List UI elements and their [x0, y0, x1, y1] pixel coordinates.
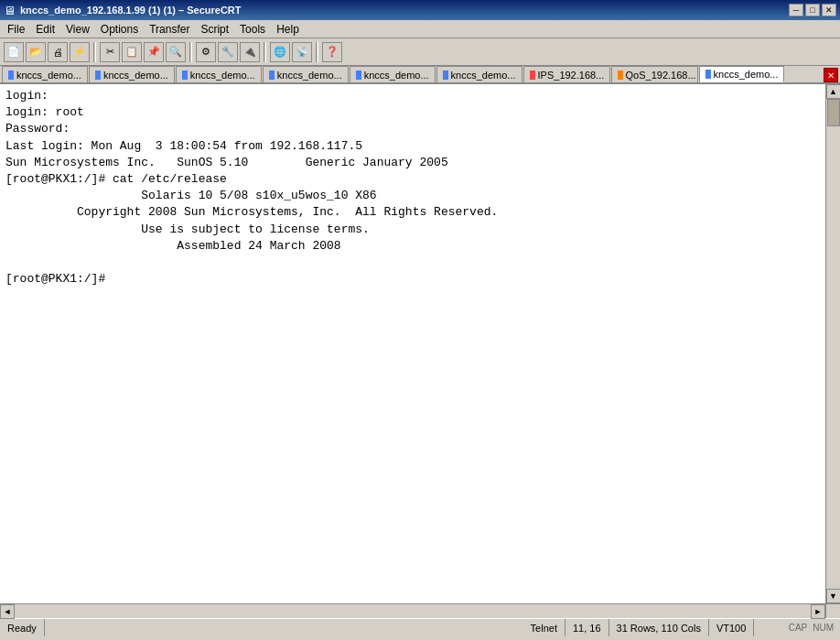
separator-4: [316, 42, 318, 62]
tab-3[interactable]: knccs_demo...: [263, 66, 349, 82]
status-bar: Ready Telnet 11, 16 31 Rows, 110 Cols VT…: [0, 618, 840, 636]
minimize-button[interactable]: ─: [789, 4, 803, 16]
menu-script[interactable]: Script: [195, 21, 234, 38]
status-cursor: 11, 16: [565, 619, 609, 636]
tab-6[interactable]: IPS_192.168...: [523, 66, 610, 82]
scroll-left-button[interactable]: ◄: [0, 604, 15, 619]
toolbar-disconnect[interactable]: 🔌: [240, 42, 260, 62]
tab-indicator-4: [356, 71, 361, 80]
tab-indicator-2: [182, 71, 188, 80]
tab-label-0: knccs_demo...: [16, 70, 81, 81]
tab-0[interactable]: knccs_demo...: [2, 66, 88, 82]
toolbar-paste[interactable]: 📌: [144, 42, 164, 62]
toolbar-open[interactable]: 📂: [26, 42, 46, 62]
scroll-track[interactable]: [826, 99, 840, 589]
tab-4[interactable]: knccs_demo...: [350, 66, 436, 82]
tab-label-6: IPS_192.168...: [538, 70, 605, 81]
status-dimensions: 31 Rows, 110 Cols: [609, 619, 709, 636]
status-terminal-type: VT100: [709, 619, 754, 636]
title-bar: 🖥 knccs_demo_192.168.1.99 (1) (1) – Secu…: [0, 0, 840, 20]
toolbar-btn4[interactable]: ⚡: [70, 42, 90, 62]
menu-file[interactable]: File: [2, 21, 30, 38]
maximize-button[interactable]: □: [805, 4, 820, 16]
caps-lock-indicator: CAP: [786, 623, 811, 633]
bottom-scroll-area: ◄ ►: [0, 603, 840, 618]
tab-label-8: knccs_demo...: [714, 69, 779, 80]
separator-3: [264, 42, 266, 62]
menu-options[interactable]: Options: [95, 21, 144, 38]
tab-bar: knccs_demo... knccs_demo... knccs_demo..…: [0, 66, 840, 84]
window-title: knccs_demo_192.168.1.99 (1) (1) – Secure…: [20, 5, 242, 16]
corner-piece: [825, 604, 840, 618]
separator-1: [93, 42, 96, 62]
tab-close-button[interactable]: ✕: [824, 68, 838, 82]
tab-1[interactable]: knccs_demo...: [89, 66, 175, 82]
toolbar-help[interactable]: ❓: [322, 42, 342, 62]
tab-indicator-8: [705, 70, 711, 79]
status-ready: Ready: [4, 619, 45, 636]
scroll-up-button[interactable]: ▲: [826, 84, 841, 99]
menu-help[interactable]: Help: [271, 21, 305, 38]
tab-indicator-5: [443, 71, 448, 80]
tab-label-4: knccs_demo...: [364, 70, 429, 81]
toolbar-new[interactable]: 📄: [4, 42, 24, 62]
tab-2[interactable]: knccs_demo...: [176, 66, 262, 82]
tab-indicator-0: [8, 71, 14, 80]
tab-indicator-3: [269, 71, 275, 80]
close-button[interactable]: ✕: [822, 4, 836, 16]
status-protocol: Telnet: [523, 619, 565, 636]
toolbar-print[interactable]: 🖨: [48, 42, 68, 62]
tab-label-3: knccs_demo...: [277, 70, 342, 81]
tab-label-7: QoS_192.168...: [626, 70, 696, 81]
toolbar-copy[interactable]: 📋: [122, 42, 142, 62]
tab-label-5: knccs_demo...: [451, 70, 516, 81]
menu-edit[interactable]: Edit: [30, 21, 60, 38]
tab-7[interactable]: QoS_192.168...: [611, 66, 698, 82]
terminal-container: login: login: root Password: Last login:…: [0, 84, 840, 603]
scroll-thumb[interactable]: [827, 99, 840, 126]
horizontal-scroll-track[interactable]: [15, 604, 811, 618]
tab-label-1: knccs_demo...: [103, 70, 168, 81]
title-bar-left: 🖥 knccs_demo_192.168.1.99 (1) (1) – Secu…: [4, 4, 242, 16]
toolbar: 📄 📂 🖨 ⚡ ✂ 📋 📌 🔍 ⚙ 🔧 🔌 🌐 📡 ❓: [0, 38, 840, 66]
toolbar-network[interactable]: 🌐: [270, 42, 290, 62]
app-icon: 🖥: [4, 4, 16, 16]
tab-8[interactable]: knccs_demo...: [699, 66, 785, 82]
terminal-output[interactable]: login: login: root Password: Last login:…: [0, 84, 825, 603]
tab-5[interactable]: knccs_demo...: [436, 66, 522, 82]
menu-tools[interactable]: Tools: [234, 21, 271, 38]
tab-indicator-7: [618, 71, 623, 80]
menu-view[interactable]: View: [60, 21, 95, 38]
menu-bar: File Edit View Options Transfer Script T…: [0, 20, 840, 38]
toolbar-btn8[interactable]: 🔍: [166, 42, 186, 62]
num-lock-indicator: NUM: [810, 623, 836, 633]
toolbar-connect[interactable]: 🔧: [218, 42, 238, 62]
scroll-right-button[interactable]: ►: [811, 604, 825, 619]
toolbar-settings[interactable]: ⚙: [196, 42, 216, 62]
vertical-scrollbar[interactable]: ▲ ▼: [825, 84, 840, 603]
toolbar-cut[interactable]: ✂: [100, 42, 120, 62]
tab-indicator-1: [95, 71, 101, 80]
window-controls: ─ □ ✕: [789, 4, 836, 16]
scroll-down-button[interactable]: ▼: [826, 589, 841, 603]
tab-indicator-6: [530, 71, 535, 80]
toolbar-transfer[interactable]: 📡: [292, 42, 312, 62]
tab-label-2: knccs_demo...: [190, 70, 255, 81]
status-spacer2: [754, 619, 785, 636]
separator-2: [189, 42, 192, 62]
menu-transfer[interactable]: Transfer: [144, 21, 195, 38]
